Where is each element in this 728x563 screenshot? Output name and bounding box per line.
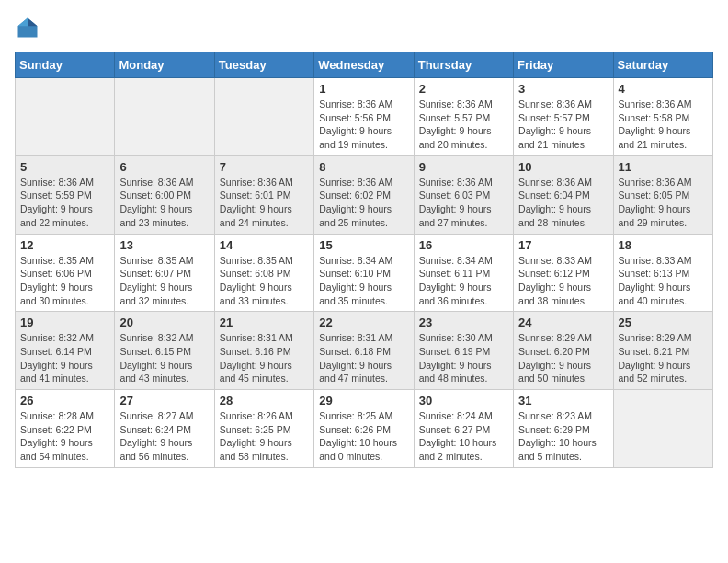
day-info: Sunrise: 8:36 AMSunset: 5:57 PMDaylight:… (419, 98, 508, 152)
day-number: 16 (419, 238, 508, 252)
day-number: 2 (419, 82, 508, 96)
day-number: 30 (419, 394, 508, 408)
day-number: 22 (319, 316, 408, 329)
calendar-cell (214, 78, 313, 156)
day-info: Sunrise: 8:36 AMSunset: 6:03 PMDaylight:… (419, 176, 508, 230)
page-header (15, 15, 713, 40)
day-of-week-header: Wednesday (314, 52, 414, 78)
calendar-cell: 11Sunrise: 8:36 AMSunset: 6:05 PMDayligh… (613, 155, 712, 234)
day-number: 25 (619, 316, 708, 329)
day-number: 20 (119, 316, 209, 329)
calendar-week: 26Sunrise: 8:28 AMSunset: 6:22 PMDayligh… (16, 390, 713, 468)
day-info: Sunrise: 8:23 AMSunset: 6:29 PMDaylight:… (518, 409, 608, 464)
day-of-week-header: Monday (115, 52, 214, 78)
day-info: Sunrise: 8:31 AMSunset: 6:16 PMDaylight:… (220, 331, 309, 385)
calendar-cell: 8Sunrise: 8:36 AMSunset: 6:02 PMDaylight… (314, 155, 414, 234)
day-number: 27 (119, 394, 209, 408)
calendar-week: 19Sunrise: 8:32 AMSunset: 6:14 PMDayligh… (16, 312, 713, 390)
day-of-week-header: Tuesday (214, 52, 313, 78)
day-number: 5 (20, 160, 109, 174)
day-number: 26 (20, 394, 109, 408)
calendar-cell (115, 78, 214, 156)
day-number: 14 (220, 238, 309, 252)
calendar-cell: 31Sunrise: 8:23 AMSunset: 6:29 PMDayligh… (514, 390, 613, 468)
day-info: Sunrise: 8:36 AMSunset: 6:00 PMDaylight:… (119, 176, 209, 230)
calendar-cell: 12Sunrise: 8:35 AMSunset: 6:06 PMDayligh… (16, 234, 115, 312)
day-info: Sunrise: 8:36 AMSunset: 5:58 PMDaylight:… (619, 98, 708, 152)
calendar-cell: 5Sunrise: 8:36 AMSunset: 5:59 PMDaylight… (16, 155, 115, 234)
day-of-week-header: Sunday (16, 52, 115, 78)
calendar-cell: 24Sunrise: 8:29 AMSunset: 6:20 PMDayligh… (514, 312, 613, 390)
calendar-week: 12Sunrise: 8:35 AMSunset: 6:06 PMDayligh… (16, 234, 713, 312)
day-info: Sunrise: 8:36 AMSunset: 6:05 PMDaylight:… (619, 176, 708, 230)
calendar-cell: 10Sunrise: 8:36 AMSunset: 6:04 PMDayligh… (514, 155, 613, 234)
calendar-cell: 3Sunrise: 8:36 AMSunset: 5:57 PMDaylight… (514, 78, 613, 156)
day-info: Sunrise: 8:36 AMSunset: 6:01 PMDaylight:… (220, 176, 309, 230)
day-of-week-header: Saturday (613, 52, 712, 78)
day-info: Sunrise: 8:26 AMSunset: 6:25 PMDaylight:… (220, 409, 309, 464)
calendar-cell: 9Sunrise: 8:36 AMSunset: 6:03 PMDaylight… (414, 155, 513, 234)
logo-icon (15, 15, 40, 40)
day-info: Sunrise: 8:32 AMSunset: 6:15 PMDaylight:… (119, 331, 209, 385)
day-info: Sunrise: 8:24 AMSunset: 6:27 PMDaylight:… (419, 409, 508, 464)
calendar-cell: 23Sunrise: 8:30 AMSunset: 6:19 PMDayligh… (414, 312, 513, 390)
day-info: Sunrise: 8:32 AMSunset: 6:14 PMDaylight:… (20, 331, 109, 385)
day-number: 13 (119, 238, 209, 252)
calendar-cell: 20Sunrise: 8:32 AMSunset: 6:15 PMDayligh… (115, 312, 214, 390)
day-number: 24 (518, 316, 608, 329)
day-info: Sunrise: 8:36 AMSunset: 6:04 PMDaylight:… (518, 176, 608, 230)
calendar-week: 5Sunrise: 8:36 AMSunset: 5:59 PMDaylight… (16, 155, 713, 234)
calendar-cell (613, 390, 712, 468)
day-info: Sunrise: 8:34 AMSunset: 6:10 PMDaylight:… (319, 254, 408, 308)
calendar-cell: 6Sunrise: 8:36 AMSunset: 6:00 PMDaylight… (115, 155, 214, 234)
day-info: Sunrise: 8:30 AMSunset: 6:19 PMDaylight:… (419, 331, 508, 385)
logo (15, 15, 44, 40)
day-number: 11 (619, 160, 708, 174)
day-of-week-header: Thursday (414, 52, 513, 78)
day-info: Sunrise: 8:35 AMSunset: 6:06 PMDaylight:… (20, 254, 109, 308)
day-number: 28 (220, 394, 309, 408)
day-info: Sunrise: 8:29 AMSunset: 6:21 PMDaylight:… (619, 331, 708, 385)
calendar-cell: 17Sunrise: 8:33 AMSunset: 6:12 PMDayligh… (514, 234, 613, 312)
day-info: Sunrise: 8:35 AMSunset: 6:08 PMDaylight:… (220, 254, 309, 308)
day-info: Sunrise: 8:33 AMSunset: 6:12 PMDaylight:… (518, 254, 608, 308)
day-of-week-header: Friday (514, 52, 613, 78)
day-info: Sunrise: 8:36 AMSunset: 6:02 PMDaylight:… (319, 176, 408, 230)
day-number: 19 (20, 316, 109, 329)
day-number: 8 (319, 160, 408, 174)
day-number: 4 (619, 82, 708, 96)
day-number: 23 (419, 316, 508, 329)
day-info: Sunrise: 8:36 AMSunset: 5:57 PMDaylight:… (518, 98, 608, 152)
day-info: Sunrise: 8:35 AMSunset: 6:07 PMDaylight:… (119, 254, 209, 308)
calendar-cell: 30Sunrise: 8:24 AMSunset: 6:27 PMDayligh… (414, 390, 513, 468)
day-number: 17 (518, 238, 608, 252)
day-info: Sunrise: 8:34 AMSunset: 6:11 PMDaylight:… (419, 254, 508, 308)
calendar-week: 1Sunrise: 8:36 AMSunset: 5:56 PMDaylight… (16, 78, 713, 156)
day-info: Sunrise: 8:36 AMSunset: 5:56 PMDaylight:… (319, 98, 408, 152)
day-info: Sunrise: 8:31 AMSunset: 6:18 PMDaylight:… (319, 331, 408, 385)
calendar-cell: 7Sunrise: 8:36 AMSunset: 6:01 PMDaylight… (214, 155, 313, 234)
day-info: Sunrise: 8:25 AMSunset: 6:26 PMDaylight:… (319, 409, 408, 464)
days-of-week-row: SundayMondayTuesdayWednesdayThursdayFrid… (16, 52, 713, 78)
day-number: 31 (518, 394, 608, 408)
calendar-cell: 18Sunrise: 8:33 AMSunset: 6:13 PMDayligh… (613, 234, 712, 312)
calendar-cell: 29Sunrise: 8:25 AMSunset: 6:26 PMDayligh… (314, 390, 414, 468)
day-number: 21 (220, 316, 309, 329)
day-number: 10 (518, 160, 608, 174)
calendar-cell: 25Sunrise: 8:29 AMSunset: 6:21 PMDayligh… (613, 312, 712, 390)
day-number: 1 (319, 82, 408, 96)
day-info: Sunrise: 8:28 AMSunset: 6:22 PMDaylight:… (20, 409, 109, 464)
calendar-cell: 19Sunrise: 8:32 AMSunset: 6:14 PMDayligh… (16, 312, 115, 390)
svg-marker-2 (18, 18, 28, 27)
day-number: 7 (220, 160, 309, 174)
calendar-cell: 4Sunrise: 8:36 AMSunset: 5:58 PMDaylight… (613, 78, 712, 156)
calendar-cell (16, 78, 115, 156)
calendar-body: 1Sunrise: 8:36 AMSunset: 5:56 PMDaylight… (16, 78, 713, 468)
day-info: Sunrise: 8:27 AMSunset: 6:24 PMDaylight:… (119, 409, 209, 464)
day-number: 15 (319, 238, 408, 252)
calendar-header: SundayMondayTuesdayWednesdayThursdayFrid… (16, 52, 713, 78)
day-info: Sunrise: 8:29 AMSunset: 6:20 PMDaylight:… (518, 331, 608, 385)
calendar-cell: 16Sunrise: 8:34 AMSunset: 6:11 PMDayligh… (414, 234, 513, 312)
calendar-cell: 26Sunrise: 8:28 AMSunset: 6:22 PMDayligh… (16, 390, 115, 468)
calendar-cell: 28Sunrise: 8:26 AMSunset: 6:25 PMDayligh… (214, 390, 313, 468)
